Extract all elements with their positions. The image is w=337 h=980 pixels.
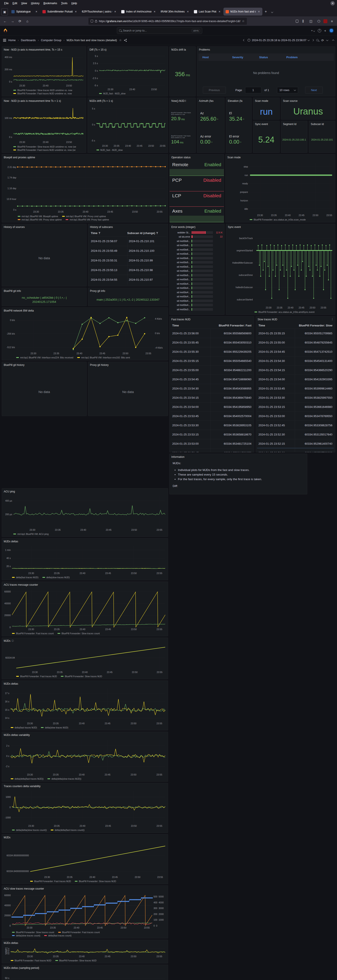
browser-tab-2[interactable]: 62P/Tsuchinshan | astro.w✕ — [79, 8, 119, 16]
syncstat-panel-title[interactable]: Sync event — [253, 121, 280, 127]
column-header-1[interactable]: Subscan id (change) — [127, 231, 165, 235]
info-panel-title[interactable]: Information — [170, 454, 307, 460]
bpgit-panel-title[interactable]: BluePill git info — [2, 288, 86, 294]
legend-item[interactable]: mrt-bp1 BluePill VM: Bluepill uptime — [18, 215, 58, 218]
new-tab-button[interactable]: + — [263, 8, 269, 15]
sampling-chart[interactable]: 50 s — [2, 971, 168, 980]
scantl-chart[interactable]: stoprunreadypreparehorizonidle23:3023:35… — [226, 160, 335, 217]
table-row[interactable]: 2024-01-25 23:54:4560334.954716698060 — [171, 375, 253, 384]
browser-tab-0[interactable]: Splatalogue✕ — [9, 8, 40, 16]
breadcrumb-dashboards[interactable]: Dashboards — [21, 39, 36, 42]
legend-item[interactable]: delta(slow traces MJD) — [41, 726, 68, 729]
favorite-star-icon[interactable]: ☆ — [119, 38, 122, 42]
az-panel-title[interactable]: Azimuth (fas — [197, 98, 224, 104]
table-row[interactable]: 2024-01-25 23:54:552024-01-25.210.97 — [89, 275, 167, 285]
deltasB-panel-title[interactable]: MJDs deltas — [2, 681, 168, 687]
home-icon[interactable]: ⌂ — [24, 18, 31, 24]
tab-list-dropdown-icon[interactable] — [269, 8, 275, 15]
panel-menu-icon[interactable]: ⋮ — [331, 317, 334, 321]
breadcrumb-home[interactable]: Home — [8, 39, 16, 42]
legend-item[interactable]: MJD_fast - MJD_slow — [97, 149, 123, 151]
filter-icon[interactable] — [156, 232, 158, 234]
share-icon[interactable] — [124, 39, 127, 42]
legend-item[interactable]: mrt-bp1 BluePill VM: ACU ping — [13, 533, 49, 535]
table-row[interactable]: 2024-01-25 23:55:1560334.955051709985 — [257, 329, 334, 338]
legend-item[interactable]: BluePill Forwarder: Slow traces MJD — [56, 959, 97, 962]
browser-tab-5[interactable]: Last Scan Plot✕ — [192, 8, 223, 16]
deltasC-panel-title[interactable]: MJDs deltas — [2, 940, 168, 946]
legend-item[interactable]: mrt-bp1 BluePill VM: Proxy cmd uptime — [62, 215, 106, 218]
table-row[interactable]: 2024-01-25 23:54:3060334.954540131400 — [257, 356, 334, 366]
nowmjd-panel-title[interactable]: Now()-MJD l — [170, 98, 196, 104]
deltasA-chart[interactable]: 1 min40 s20 s23:3023:3523:4023:4523:5023… — [2, 544, 168, 575]
legend-item[interactable]: BluePill Forwarder: Slow traces MJD — [75, 880, 116, 883]
firefox-view-icon[interactable]: ▣ — [1, 8, 8, 15]
uptime-panel-title[interactable]: Bluepill and proxies uptime — [2, 154, 168, 160]
legend-item[interactable]: delta(delta(slow traces count)) — [12, 829, 47, 831]
filter-icon[interactable] — [99, 232, 100, 234]
table-row[interactable]: 2024-01-25 23:54:0060334.954192903395 — [257, 375, 334, 384]
diff15-chart[interactable]: 5 s2.5 s0 s-2.5 s-5 s23:3023:4023:50 — [88, 52, 168, 91]
forward-icon[interactable]: → — [9, 18, 16, 24]
legend-item[interactable]: BluePill Forwarder: Fast traces MJD unix… — [13, 149, 75, 151]
column-header-0[interactable]: Time — [91, 231, 127, 235]
user-avatar[interactable] — [329, 28, 334, 33]
browser-tab-4[interactable]: IRAM 30m Archives✕ — [159, 8, 191, 16]
scansource-panel-title[interactable]: Scan source — [281, 98, 335, 104]
table-row[interactable]: 2024-01-25 23:53:3060334.953828953105 — [171, 421, 253, 430]
legend-item[interactable]: delta(fast traces MJD) — [11, 726, 37, 729]
table-row[interactable]: 2024-01-25 23:56:0060334.955568569800 — [171, 329, 253, 338]
scanmode-panel-title[interactable]: Scan mode — [253, 98, 280, 104]
reload-icon[interactable]: ⟳ — [17, 18, 23, 24]
ping-chart[interactable]: 400 µs200 µs23:3023:3523:4023:4523:5023:… — [2, 495, 168, 531]
errwords-panel-title[interactable]: Error words (integer) — [170, 224, 224, 230]
problems-col-status[interactable]: Status — [255, 56, 283, 59]
legend-item[interactable]: delta(fast traces count) — [44, 934, 72, 937]
countersVar-chart[interactable]: 10000-100023:3023:3523:4023:4523:5023:55 — [2, 789, 168, 827]
table-row[interactable]: 2024-01-25 23:55:0060334.954882211200 — [171, 366, 253, 375]
legend-item[interactable]: BluePill Forwarder: Fast traces count — [12, 632, 54, 635]
breadcrumb-folder[interactable]: Computer Group — [41, 39, 61, 42]
legend-item[interactable]: delta(delta(slow traces MJD)) — [48, 778, 81, 780]
fasttbl-panel-title[interactable]: Fast traces MJD — [170, 317, 254, 322]
table-row[interactable]: 2024-01-25 23:54:1560334.954369475840 — [171, 393, 253, 402]
extension-icon[interactable]: ⬡ — [316, 18, 322, 24]
pxgit-panel-title[interactable]: Proxy git info — [88, 288, 168, 294]
deltasB-chart[interactable]: 17 s16 s15 s14 s23:3023:3523:4023:4523:5… — [2, 687, 168, 725]
table-row[interactable]: 2024-01-25 23:52:4560334.953311590650 — [171, 448, 253, 452]
legend-item[interactable]: BluePill Forwarder: acu.status.ax_trSts.… — [250, 218, 306, 221]
shield-icon[interactable] — [91, 20, 93, 22]
back-icon[interactable]: ← — [2, 18, 8, 24]
synctl-panel-title[interactable]: Sync event — [226, 224, 335, 230]
now1-panel-title[interactable]: Now - MJD (x-axis is measurement time Ts… — [2, 98, 86, 104]
now15-chart[interactable]: 400 ms200 ms0 s23:3023:4023:50 — [2, 52, 86, 88]
menu-view[interactable]: View — [19, 1, 29, 6]
legend-item[interactable]: BluePill Forwarder: Slow traces MJD unix… — [13, 145, 76, 148]
legend-item[interactable]: BluePill Forwarder: Slow traces MJD — [61, 675, 102, 678]
legend-item[interactable]: delta(delta(fast traces count)) — [51, 829, 85, 831]
menu-bookmarks[interactable]: Bookmarks — [41, 1, 59, 6]
ping-panel-title[interactable]: ACU ping — [2, 488, 168, 495]
bphist-panel-title[interactable]: BluePill git history — [2, 362, 86, 368]
uptime-chart[interactable]: 2.31 day1.74 day1.16 day13.9 hour0 s23:3… — [2, 160, 168, 213]
table-row[interactable]: 2024-01-25 23:56:072024-01-25.210.101 — [89, 236, 167, 246]
table-row[interactable]: 2024-01-25 23:55:132024-01-25.210.98 — [89, 265, 167, 275]
column-header-0[interactable]: Time — [258, 324, 295, 327]
menu-file[interactable]: File — [2, 1, 11, 6]
search-input[interactable]: Search or jump to... ctrl+k — [117, 27, 202, 34]
legend-item[interactable]: delta(slow traces MJD) — [43, 576, 70, 579]
table-row[interactable]: 2024-01-25 23:52:0060334.952787789630 — [257, 448, 334, 452]
mjdsB-chart[interactable]: 60334.85000000000060334.84000000000023:3… — [2, 840, 168, 879]
table-row[interactable]: 2024-01-25 23:54:0060334.954195858950 — [171, 402, 253, 411]
table-row[interactable]: 2024-01-25 23:55:3060334.955229439205 — [171, 347, 253, 356]
help-icon[interactable]: ? — [318, 29, 321, 32]
tab-close-icon[interactable]: ✕ — [74, 10, 78, 14]
column-header-1[interactable]: BluePill Forwarder: Slow — [295, 324, 332, 327]
segid-panel-title[interactable]: Segment Id — [281, 121, 307, 127]
table-row[interactable]: 2024-01-25 23:52:1560334.952961400740 — [257, 439, 334, 448]
el-panel-title[interactable]: Elevation (fa — [226, 98, 251, 104]
bw-panel-title[interactable]: BluePill network BW delta — [2, 308, 168, 313]
mjdsA-chart[interactable]: 60334.8423:3023:3523:4023:4523:5023:55 — [2, 644, 168, 674]
legend-item[interactable]: mrt-bp1 BluePill VM: Proxy slow uptime — [18, 218, 62, 221]
slowtbl-panel-title[interactable]: Slow traces MJD — [256, 317, 335, 322]
